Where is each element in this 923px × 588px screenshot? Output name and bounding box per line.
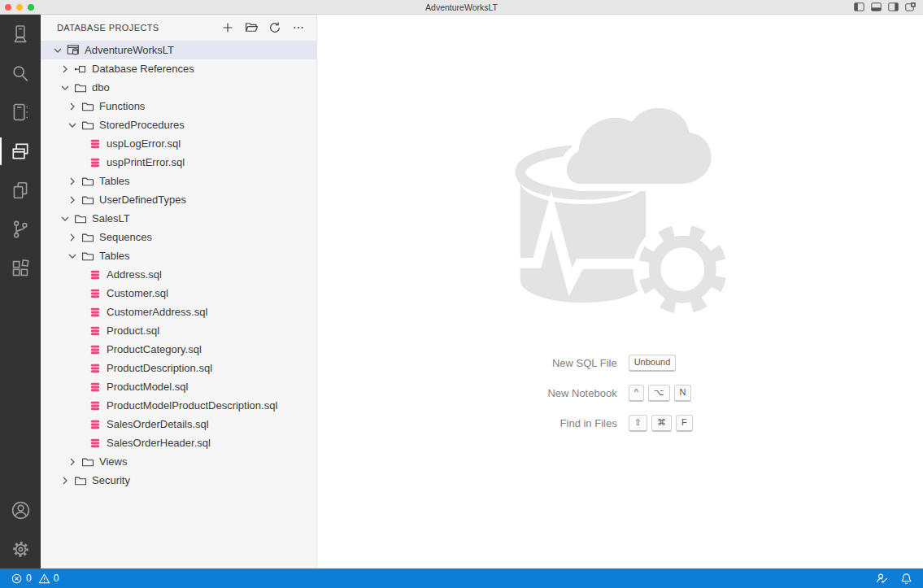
chevron-right-icon[interactable] <box>66 231 79 244</box>
tree-item[interactable]: AdventureWorksLT <box>41 41 316 59</box>
tree-item[interactable]: Address.sql <box>41 265 316 284</box>
warning-count: 0 <box>54 568 59 588</box>
chevron-down-icon[interactable] <box>66 119 79 132</box>
shortcut-label: New Notebook <box>547 387 616 399</box>
tree-item[interactable]: Functions <box>41 97 316 115</box>
chevron-right-icon[interactable] <box>66 194 79 207</box>
chevron-down-icon[interactable] <box>66 250 79 263</box>
tree-item[interactable]: StoredProcedures <box>41 115 316 134</box>
new-project-button[interactable] <box>220 20 236 36</box>
chevron-down-icon[interactable] <box>59 212 72 225</box>
problems-status[interactable]: 0 0 <box>5 568 64 588</box>
layout-panel-icon[interactable] <box>871 2 882 11</box>
tree-item-label: Address.sql <box>107 265 162 284</box>
tree-item[interactable]: dbo <box>41 78 316 97</box>
chevron-down-icon[interactable] <box>59 81 72 94</box>
activitybar-item-connections[interactable] <box>0 15 41 54</box>
layout-sidebar-right-icon[interactable] <box>888 2 899 11</box>
tree-item[interactable]: ProductModel.sql <box>41 377 316 396</box>
sql-file-icon <box>89 437 102 450</box>
keybinding-key: Unbound <box>629 355 677 372</box>
activitybar-item-extensions[interactable] <box>0 249 41 288</box>
panel-header: DATABASE PROJECTS <box>41 15 316 40</box>
activitybar-item-search[interactable] <box>0 54 41 93</box>
twisty-spacer <box>73 343 86 356</box>
tree-item-label: Functions <box>99 97 145 115</box>
sql-file-icon <box>89 362 102 375</box>
tree-item[interactable]: Database References <box>41 59 316 78</box>
tree-item[interactable]: Tables <box>41 246 316 265</box>
twisty-spacer <box>73 362 86 375</box>
activitybar-item-database-projects[interactable] <box>0 132 41 171</box>
keybinding-key: ⌥ <box>648 385 670 402</box>
keybinding-key: ⇧ <box>629 415 647 432</box>
refresh-button[interactable] <box>267 20 283 36</box>
activitybar-item-notebooks[interactable] <box>0 93 41 132</box>
tree-item[interactable]: Tables <box>41 172 316 190</box>
add-icon <box>221 21 234 34</box>
open-folder-icon <box>245 20 259 34</box>
titlebar: AdventureWorksLT <box>0 0 923 15</box>
window-controls <box>0 4 34 11</box>
tree-item[interactable]: ProductDescription.sql <box>41 359 316 377</box>
activitybar-item-explorer[interactable] <box>0 171 41 210</box>
tree-item[interactable]: uspPrintError.sql <box>41 153 316 172</box>
panel-title: DATABASE PROJECTS <box>57 23 159 33</box>
chevron-right-icon[interactable] <box>66 175 79 188</box>
chevron-right-icon[interactable] <box>66 100 79 113</box>
layout-sidebar-left-icon[interactable] <box>854 2 864 11</box>
tree-item[interactable]: UserDefinedTypes <box>41 190 316 209</box>
folder-icon <box>81 175 94 188</box>
tree-item-label: CustomerAddress.sql <box>107 303 207 321</box>
twisty-spacer <box>73 399 86 412</box>
open-project-button[interactable] <box>243 20 259 36</box>
tree-item-label: dbo <box>92 78 110 97</box>
database-project-icon <box>67 44 80 57</box>
folder-icon <box>74 474 87 487</box>
tree-item-label: ProductModelProductDescription.sql <box>107 396 277 415</box>
tree-item[interactable]: ProductModelProductDescription.sql <box>41 396 316 415</box>
tree-item[interactable]: Security <box>41 471 316 490</box>
tree-item[interactable]: Customer.sql <box>41 284 316 303</box>
feedback-status-item[interactable] <box>870 568 895 588</box>
activitybar-item-accounts[interactable] <box>0 490 41 529</box>
chevron-right-icon[interactable] <box>59 63 72 76</box>
notifications-status-item[interactable] <box>895 568 918 588</box>
panel-actions <box>220 20 307 36</box>
chevron-down-icon[interactable] <box>51 44 64 57</box>
close-button[interactable] <box>5 4 11 11</box>
tree-item[interactable]: Views <box>41 452 316 471</box>
tree-item-label: Tables <box>99 172 130 190</box>
workbench: DATABASE PROJECTS AdventureWorksLTDataba… <box>0 15 923 568</box>
keybinding-key: ⌘ <box>651 415 672 432</box>
layout-controls <box>854 2 923 11</box>
sql-file-icon <box>89 399 102 412</box>
shortcut-label: Find in Files <box>547 417 616 429</box>
keybinding-key: ^ <box>629 385 644 402</box>
tree-item-label: StoredProcedures <box>99 115 185 134</box>
azure-data-studio-watermark-icon <box>513 91 728 322</box>
tree-item[interactable]: uspLogError.sql <box>41 134 316 153</box>
minimize-button[interactable] <box>16 4 23 11</box>
activitybar-item-settings[interactable] <box>0 529 41 568</box>
tree-item[interactable]: ProductCategory.sql <box>41 340 316 359</box>
keybinding-key: N <box>674 385 692 402</box>
server-icon <box>10 24 31 45</box>
tree-item[interactable]: SalesLT <box>41 209 316 228</box>
tree-item-label: ProductCategory.sql <box>107 340 202 359</box>
keybinding-key: F <box>676 415 693 432</box>
feedback-icon <box>876 572 889 585</box>
tree-item[interactable]: SalesOrderHeader.sql <box>41 433 316 452</box>
activitybar-item-source-control[interactable] <box>0 210 41 249</box>
tree-item[interactable]: Product.sql <box>41 321 316 340</box>
customize-layout-icon[interactable] <box>905 2 916 11</box>
tree-item[interactable]: CustomerAddress.sql <box>41 303 316 321</box>
zoom-button[interactable] <box>28 4 34 11</box>
tree-item-label: AdventureWorksLT <box>85 41 174 59</box>
tree-item[interactable]: SalesOrderDetails.sql <box>41 415 316 433</box>
chevron-right-icon[interactable] <box>59 474 72 487</box>
tree-item[interactable]: Sequences <box>41 228 316 246</box>
sql-file-icon <box>89 287 102 300</box>
more-actions-button[interactable] <box>290 20 307 36</box>
chevron-right-icon[interactable] <box>66 455 79 468</box>
